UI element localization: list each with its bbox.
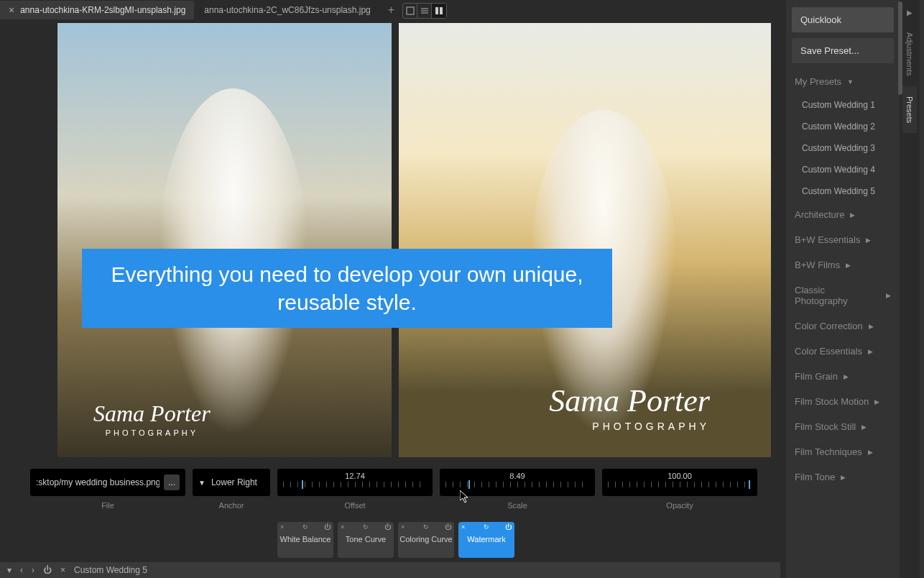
reset-icon[interactable]: ↻ xyxy=(302,523,308,531)
category-bw-essentials[interactable]: B+W Essentials▶ xyxy=(792,227,894,252)
prev-icon[interactable]: ‹ xyxy=(20,565,23,575)
chevron-right-icon: ▶ xyxy=(841,474,846,481)
browse-button[interactable]: ... xyxy=(164,474,180,490)
close-icon[interactable]: × xyxy=(9,4,14,16)
close-icon[interactable]: × xyxy=(60,565,65,575)
offset-slider[interactable]: 12.74 xyxy=(277,469,433,496)
view-mode-group xyxy=(402,3,447,19)
reset-icon[interactable]: ↻ xyxy=(423,523,429,531)
chevron-right-icon: ▶ xyxy=(874,398,879,405)
scrollbar[interactable] xyxy=(898,1,902,95)
remove-icon[interactable]: × xyxy=(341,523,344,531)
my-presets-section[interactable]: My Presets ▼ xyxy=(792,69,894,94)
chevron-down-icon: ▼ xyxy=(198,479,205,487)
view-single-button[interactable] xyxy=(403,4,417,18)
chevron-right-icon: ▶ xyxy=(869,323,874,330)
image-preview-right[interactable]: Sama Porter PHOTOGRAPHY xyxy=(399,23,771,457)
chevron-right-icon: ▶ xyxy=(850,211,855,219)
category-bw-films[interactable]: B+W Films▶ xyxy=(792,252,894,277)
control-labels: File Anchor Offset Scale Opacity xyxy=(30,501,763,510)
chevron-right-icon: ▶ xyxy=(886,292,891,299)
image-preview-left[interactable]: Sama Porter PHOTOGRAPHY xyxy=(57,23,392,457)
preset-item[interactable]: Custom Wedding 2 xyxy=(792,116,894,137)
next-icon[interactable]: › xyxy=(32,565,34,575)
power-icon[interactable]: ⏻ xyxy=(324,523,331,531)
tab-file-1[interactable]: × anna-utochkina-KRM-2slbgMI-unsplash.jp… xyxy=(0,1,194,19)
watermark-controls: :sktop/my wedding business.png ... ▼ Low… xyxy=(30,469,763,496)
opacity-slider[interactable]: 100.00 xyxy=(602,469,757,496)
chevron-right-icon: ▶ xyxy=(844,373,849,380)
power-icon[interactable]: ⏻ xyxy=(384,523,391,531)
category-classic-photography[interactable]: Classic Photography▶ xyxy=(792,277,894,313)
watermark-button[interactable]: × ↻ ⏻ Watermark xyxy=(458,522,514,558)
view-list-button[interactable] xyxy=(417,4,432,18)
tab-adjustments[interactable]: Adjustments xyxy=(902,22,917,86)
promo-banner: Everything you need to develop your own … xyxy=(82,249,612,328)
watermark-overlay: Sama Porter PHOTOGRAPHY xyxy=(549,382,710,432)
category-architecture[interactable]: Architecture▶ xyxy=(792,202,894,227)
remove-icon[interactable]: × xyxy=(280,523,284,531)
collapse-icon[interactable]: ▶ xyxy=(907,9,913,17)
preset-item[interactable]: Custom Wedding 4 xyxy=(792,159,894,180)
power-icon[interactable]: ⏻ xyxy=(43,565,52,575)
save-preset-button[interactable]: Save Preset... xyxy=(792,38,894,63)
preset-item[interactable]: Custom Wedding 1 xyxy=(792,94,894,116)
chevron-down-icon: ▼ xyxy=(847,78,854,86)
remove-icon[interactable]: × xyxy=(401,523,405,531)
anchor-dropdown[interactable]: ▼ Lower Right xyxy=(193,469,270,496)
chevron-right-icon: ▶ xyxy=(868,449,873,456)
category-film-grain[interactable]: Film Grain▶ xyxy=(792,364,894,389)
power-icon[interactable]: ⏻ xyxy=(445,523,451,531)
category-film-techniques[interactable]: Film Techniques▶ xyxy=(792,439,894,464)
file-path-value: :sktop/my wedding business.png xyxy=(36,477,160,487)
watermark-overlay: Sama Porter PHOTOGRAPHY xyxy=(93,400,211,437)
svg-rect-5 xyxy=(440,7,443,14)
category-color-correction[interactable]: Color Correction▶ xyxy=(792,313,894,339)
category-film-stock-motion[interactable]: Film Stock Motion▶ xyxy=(792,389,894,414)
white-balance-button[interactable]: × ↻ ⏻ White Balance xyxy=(277,522,333,558)
tab-presets[interactable]: Presets xyxy=(902,86,917,133)
sidebar-tab-group: ▶ Adjustments Presets xyxy=(900,0,920,578)
tab-file-2[interactable]: anna-utochkina-2C_wC86Jfzs-unsplash.jpg xyxy=(195,1,379,19)
category-color-essentials[interactable]: Color Essentials▶ xyxy=(792,339,894,364)
tab-label: anna-utochkina-KRM-2slbgMI-unsplash.jpg xyxy=(20,5,185,15)
tone-curve-button[interactable]: × ↻ ⏻ Tone Curve xyxy=(338,522,394,558)
tab-label: anna-utochkina-2C_wC86Jfzs-unsplash.jpg xyxy=(204,5,370,15)
svg-rect-0 xyxy=(407,7,414,14)
preset-item[interactable]: Custom Wedding 5 xyxy=(792,180,894,202)
chevron-right-icon: ▶ xyxy=(846,262,851,269)
chevron-right-icon: ▶ xyxy=(866,237,871,244)
current-preset-label: Custom Wedding 5 xyxy=(74,565,147,575)
chevron-right-icon: ▶ xyxy=(861,423,867,431)
scale-slider[interactable]: 8.49 xyxy=(440,469,595,496)
power-icon[interactable]: ⏻ xyxy=(505,523,512,531)
reset-icon[interactable]: ↻ xyxy=(363,523,369,531)
image-viewport: Sama Porter PHOTOGRAPHY Sama Porter PHOT… xyxy=(6,23,782,462)
file-path-box: :sktop/my wedding business.png ... xyxy=(30,469,185,496)
preset-item[interactable]: Custom Wedding 3 xyxy=(792,137,894,159)
category-film-tone[interactable]: Film Tone▶ xyxy=(792,464,894,490)
svg-rect-4 xyxy=(435,7,438,14)
category-film-stock-still[interactable]: Film Stock Still▶ xyxy=(792,414,894,439)
view-split-button[interactable] xyxy=(432,4,446,18)
chevron-down-icon[interactable]: ▾ xyxy=(7,565,11,575)
add-tab-button[interactable]: + xyxy=(381,4,402,17)
coloring-curve-button[interactable]: × ↻ ⏻ Coloring Curve xyxy=(398,522,454,558)
file-tabs: × anna-utochkina-KRM-2slbgMI-unsplash.jp… xyxy=(0,0,780,20)
chevron-right-icon: ▶ xyxy=(868,348,873,355)
remove-icon[interactable]: × xyxy=(461,523,465,531)
adjustment-row: × ↻ ⏻ White Balance × ↻ ⏻ Tone Curve × ↻… xyxy=(277,522,514,558)
reset-icon[interactable]: ↻ xyxy=(484,523,489,531)
sidebar: Quicklook Save Preset... My Presets ▼ Cu… xyxy=(786,0,924,578)
bottom-bar: ▾ ‹ › ⏻ × Custom Wedding 5 xyxy=(0,562,780,578)
quicklook-button[interactable]: Quicklook xyxy=(792,7,894,32)
anchor-value: Lower Right xyxy=(211,477,257,487)
